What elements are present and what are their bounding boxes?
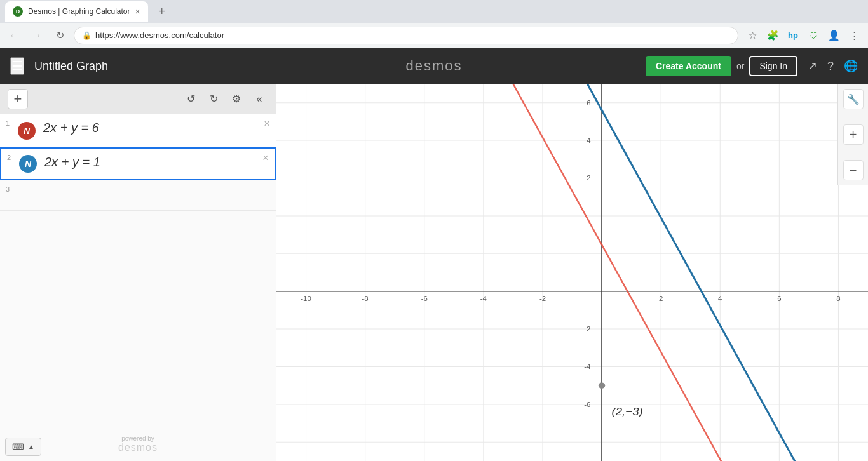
desmos-logo: desmos <box>405 58 462 74</box>
globe-icon[interactable]: 🌐 <box>844 59 858 73</box>
graph-tools-panel: 🔧 + − <box>837 84 868 185</box>
svg-text:4: 4 <box>587 137 590 144</box>
tab-close-button[interactable]: × <box>135 6 140 17</box>
help-icon[interactable]: ? <box>827 60 834 73</box>
new-tab-button[interactable]: + <box>153 3 171 20</box>
lock-icon: 🔒 <box>82 31 92 40</box>
refresh-button[interactable]: ↻ <box>51 27 69 44</box>
svg-point-39 <box>599 382 605 389</box>
svg-text:2: 2 <box>587 175 590 182</box>
or-text: or <box>736 61 744 71</box>
svg-text:-10: -10 <box>301 295 311 302</box>
expression-number: 1 <box>0 114 15 147</box>
svg-text:-4: -4 <box>584 363 590 371</box>
profile-button[interactable]: 👤 <box>825 27 843 44</box>
graph-area[interactable]: -10 -8 -6 -4 -2 2 4 6 8 6 4 2 -2 -4 -6 <box>276 84 868 461</box>
red-curve-icon: N <box>18 122 36 140</box>
favicon-icon: D <box>13 6 23 17</box>
hp-button[interactable]: hp <box>784 27 802 44</box>
url-text: https://www.desmos.com/calculator <box>95 30 224 40</box>
delete-expression-button[interactable]: × <box>258 114 276 147</box>
expression-panel: + ↺ ↻ ⚙ « 1 N <box>0 84 276 461</box>
svg-text:-2: -2 <box>584 325 590 333</box>
back-button[interactable]: ← <box>5 27 23 44</box>
graph-title: Untitled Graph <box>34 60 108 73</box>
svg-text:-2: -2 <box>539 295 546 302</box>
keyboard-button[interactable]: ⌨ ▲ <box>5 438 41 456</box>
svg-text:-8: -8 <box>362 295 369 302</box>
zoom-in-button[interactable]: + <box>843 124 864 145</box>
undo-button[interactable]: ↺ <box>182 90 200 108</box>
keyboard-icon: ⌨ <box>12 442 24 451</box>
expression-number: 2 <box>1 149 17 179</box>
redo-button[interactable]: ↻ <box>205 90 222 108</box>
expression-item-empty[interactable]: 3 <box>0 180 276 211</box>
svg-text:(2,−3): (2,−3) <box>612 406 643 418</box>
svg-text:-4: -4 <box>480 295 487 302</box>
expression-list: 1 N 2x + y = 6 × 2 <box>0 114 276 427</box>
expression-color-icon[interactable]: N <box>17 149 39 179</box>
address-bar[interactable]: 🔒 https://www.desmos.com/calculator <box>74 27 738 44</box>
svg-text:-6: -6 <box>584 401 590 408</box>
blue-curve-icon: N <box>19 155 37 173</box>
forward-button[interactable]: → <box>28 27 46 44</box>
expression-number: 3 <box>0 180 15 210</box>
extensions-button[interactable]: 🧩 <box>764 27 782 44</box>
zoom-out-button[interactable]: − <box>843 160 864 180</box>
bookmark-button[interactable]: ☆ <box>743 27 761 44</box>
svg-text:-6: -6 <box>421 295 428 302</box>
shield-button[interactable]: 🛡 <box>804 27 822 44</box>
powered-by-text: powered by <box>8 435 268 442</box>
svg-text:2: 2 <box>659 295 663 302</box>
top-nav: ☰ Untitled Graph desmos Create Account o… <box>0 48 868 84</box>
hamburger-button[interactable]: ☰ <box>10 57 24 75</box>
create-account-button[interactable]: Create Account <box>646 56 731 76</box>
delete-expression-button[interactable]: × <box>257 149 275 179</box>
wrench-tool-button[interactable]: 🔧 <box>843 89 864 109</box>
share-icon[interactable]: ↗ <box>808 59 817 73</box>
add-expression-button[interactable]: + <box>8 89 28 109</box>
graph-canvas: -10 -8 -6 -4 -2 2 4 6 8 6 4 2 -2 -4 -6 <box>276 84 868 461</box>
sign-in-button[interactable]: Sign In <box>749 56 797 76</box>
expression-formula[interactable]: 2x + y = 1 <box>39 149 257 179</box>
keyboard-expand-icon: ▲ <box>28 443 34 450</box>
expression-item[interactable]: 1 N 2x + y = 6 × <box>0 114 276 147</box>
svg-text:6: 6 <box>587 99 590 107</box>
expression-item[interactable]: 2 N 2x + y = 1 × <box>0 147 276 180</box>
expression-formula[interactable]: 2x + y = 6 <box>38 114 258 147</box>
powered-by-logo: desmos <box>8 442 268 453</box>
collapse-panel-button[interactable]: « <box>250 90 268 108</box>
browser-tab[interactable]: D Desmos | Graphing Calculator × <box>5 1 148 22</box>
tab-title: Desmos | Graphing Calculator <box>28 7 130 16</box>
svg-text:6: 6 <box>777 295 781 302</box>
powered-by-section: powered by desmos ⌨ ▲ <box>0 427 276 461</box>
svg-text:4: 4 <box>718 295 722 302</box>
expression-color-icon[interactable]: N <box>15 114 38 147</box>
settings-button[interactable]: ⚙ <box>227 90 245 108</box>
svg-text:8: 8 <box>836 295 840 302</box>
menu-button[interactable]: ⋮ <box>845 27 863 44</box>
expression-toolbar: + ↺ ↻ ⚙ « <box>0 84 276 114</box>
